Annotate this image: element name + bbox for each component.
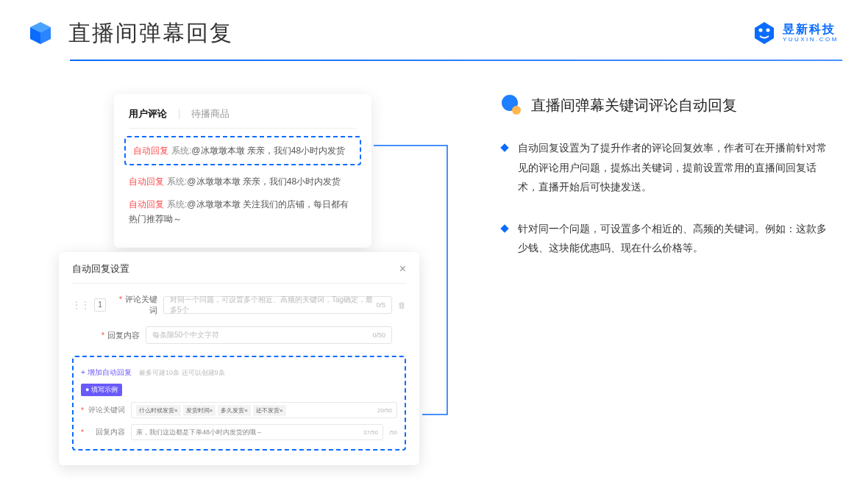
item-number: 1	[94, 298, 106, 312]
keyword-input[interactable]: 对同一个问题，可设置多个相近、高频的关键词，Tag确定，最多5个0/5	[163, 296, 392, 314]
label-reply: *回复内容	[96, 330, 140, 341]
header: 直播间弹幕回复 昱新科技 YUUXIN.COM	[0, 0, 868, 60]
example-reply-label: 回复内容	[87, 427, 125, 437]
reply-input[interactable]: 每条限50个中文字符0/50	[146, 326, 392, 344]
section-title: 直播间弹幕关键词评论自动回复	[531, 96, 737, 115]
settings-title: 自动回复设置	[72, 262, 129, 276]
svg-point-4	[766, 29, 769, 32]
comment-item: 自动回复系统:@冰墩墩本墩 亲亲，我们48小时内发货	[129, 174, 357, 189]
brand-name: 昱新科技	[783, 24, 839, 35]
description-area: 直播间弹幕关键词评论自动回复 自动回复设置为了提升作者的评论回复效率，作者可在开…	[412, 94, 839, 280]
cube-icon	[26, 19, 55, 49]
comments-panel: 用户评论 待播商品 自动回复系统:@冰墩墩本墩 亲亲，我们48小时内发货 自动回…	[114, 94, 371, 248]
settings-panel: 自动回复设置 × ⋮⋮ 1 *评论关键词 对同一个问题，可设置多个相近、高频的关…	[59, 252, 419, 465]
bullet-item: 自动回复设置为了提升作者的评论回复效率，作者可在开播前针对常见的评论用户问题，提…	[500, 138, 839, 197]
label-keyword: *评论关键词	[113, 294, 157, 316]
drag-icon[interactable]: ⋮⋮	[72, 300, 90, 310]
example-reply-input[interactable]: 亲，我们这边都是下单48小时内发货的哦～37/50	[131, 424, 383, 440]
svg-point-6	[512, 106, 521, 115]
delete-icon[interactable]: 🗑	[398, 301, 406, 309]
example-badge: ● 填写示例	[81, 384, 122, 396]
comment-highlighted: 自动回复系统:@冰墩墩本墩 亲亲，我们48小时内发货	[124, 136, 361, 165]
diamond-icon	[500, 143, 508, 151]
example-keyword-label: 评论关键词	[87, 405, 125, 415]
close-icon[interactable]: ×	[399, 262, 406, 276]
svg-point-3	[758, 29, 762, 32]
brand-url: YUUXIN.COM	[783, 37, 839, 43]
example-box: + 增加自动回复 最多可建10条 还可以创建9条 ● 填写示例 *评论关键词 什…	[72, 356, 406, 451]
page-title: 直播间弹幕回复	[68, 18, 233, 49]
add-reply-link[interactable]: + 增加自动回复	[81, 368, 132, 376]
bullet-item: 针对同一个问题，可设置多个相近的、高频的关键词。例如：这款多少钱、这块能优惠吗、…	[500, 219, 839, 258]
tab-separator	[179, 109, 179, 119]
chat-icon	[500, 94, 522, 116]
brand: 昱新科技 YUUXIN.COM	[752, 21, 839, 46]
example-keyword-input[interactable]: 什么时候发货× 发货时间× 多久发货× 还不发货× 20/50	[131, 402, 397, 418]
comment-item: 自动回复系统:@冰墩墩本墩 关注我们的店铺，每日都有热门推荐呦～	[129, 197, 357, 227]
screenshot-area: 用户评论 待播商品 自动回复系统:@冰墩墩本墩 亲亲，我们48小时内发货 自动回…	[74, 94, 412, 280]
diamond-icon	[500, 224, 508, 232]
tab-products[interactable]: 待播商品	[191, 107, 230, 121]
add-hint: 最多可建10条 还可以创建9条	[139, 369, 225, 376]
brand-icon	[752, 21, 777, 46]
tab-comments[interactable]: 用户评论	[129, 107, 167, 121]
